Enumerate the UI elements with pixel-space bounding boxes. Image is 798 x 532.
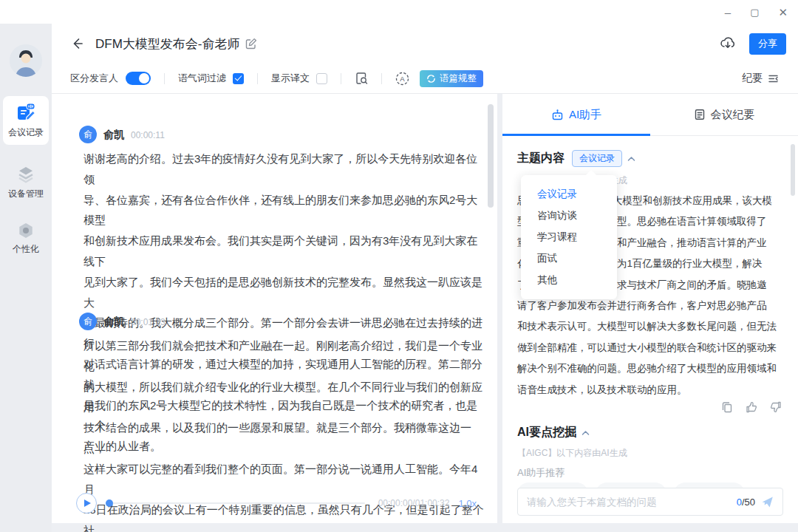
close-button[interactable]: ✕	[778, 7, 788, 18]
progress-handle[interactable]	[106, 499, 113, 507]
topic-heading: 主题内容	[517, 151, 565, 166]
search-transcript-button[interactable]	[355, 72, 368, 85]
minutes-label: 纪要	[742, 72, 763, 85]
topic-type-dropdown: 会议记录 咨询访谈 学习课程 面试 其他	[521, 175, 617, 299]
sidebar-item-devices[interactable]: 设备管理	[3, 161, 49, 204]
chevron-up-icon[interactable]	[627, 156, 635, 162]
thumbs-down-icon[interactable]	[770, 401, 782, 413]
filler-filter-label: 语气词过滤	[178, 72, 226, 85]
panel-scrollbar[interactable]	[791, 144, 795, 196]
thumbs-up-icon[interactable]	[746, 401, 757, 413]
user-avatar[interactable]	[10, 44, 42, 77]
speaker-avatar: 俞	[79, 313, 97, 330]
robot-icon	[551, 109, 564, 121]
speaker-name: 俞凯	[103, 129, 124, 142]
speaker-toggle-label: 区分发言人	[70, 72, 118, 85]
panel-body: 主题内容 会议记录 【AIGC】以下内容由AI生成 思必驰发布了东风2号大模型和…	[502, 137, 798, 523]
topic-type-tag[interactable]: 会议记录	[572, 150, 622, 167]
send-icon[interactable]	[761, 496, 774, 508]
svg-text:A: A	[400, 75, 405, 83]
char-counter: 0/50	[737, 497, 755, 508]
edit-title-icon[interactable]	[245, 38, 257, 50]
meeting-record-icon	[16, 102, 36, 123]
speaker-toggle[interactable]	[126, 72, 151, 85]
play-icon	[84, 499, 91, 507]
a-circle-icon: A	[395, 72, 409, 86]
panel-tabs: AI助手 会议纪要	[502, 94, 798, 136]
sidebar-item-meeting-records[interactable]: 会议记录	[3, 96, 49, 145]
chevron-up-icon[interactable]	[582, 430, 590, 436]
discourse-button-label: 语篇规整	[440, 72, 477, 85]
timestamp[interactable]: 00:01:13	[131, 317, 166, 327]
tab-label: AI助手	[569, 108, 601, 122]
doc-header: DFM大模型发布会-俞老师 分享	[52, 24, 798, 64]
transcript-panel: 俞 俞凯 00:00:11 谢谢老高的介绍。过去3年的疫情好久没有见到大家了，所…	[52, 94, 497, 523]
discourse-normalize-button[interactable]: 语篇规整	[420, 70, 483, 87]
minimize-button[interactable]: –	[725, 7, 731, 18]
devices-icon	[16, 165, 35, 184]
play-button[interactable]	[76, 493, 97, 514]
divider	[257, 73, 258, 84]
sidebar-item-label: 设备管理	[8, 188, 44, 200]
app-window: – ▢ ✕ 会议记录	[0, 0, 798, 532]
dropdown-item-interview[interactable]: 面试	[521, 248, 617, 269]
copy-icon[interactable]	[721, 401, 733, 413]
tab-ai-assistant[interactable]: AI助手	[502, 94, 650, 135]
tab-meeting-minutes[interactable]: 会议纪要	[650, 94, 798, 135]
assistant-panel: AI助手 会议纪要 主题内容 会议记录 【AIGC】以下内容由AI生成 思必驰发…	[502, 94, 798, 523]
sidebar-item-label: 会议记录	[8, 126, 44, 139]
minutes-toggle-button[interactable]: 纪要	[742, 72, 780, 85]
personalize-icon	[17, 222, 35, 239]
translation-label: 显示译文	[271, 72, 310, 85]
translation-checkbox[interactable]	[316, 73, 327, 84]
filler-filter-checkbox[interactable]	[233, 73, 244, 84]
person-icon	[10, 44, 42, 77]
assistant-recommend-label: AI助手推荐	[517, 466, 565, 480]
sidebar: 会议记录 设备管理 个性化	[0, 24, 52, 532]
toolbar: 区分发言人 语气词过滤 显示译文 A 语篇规	[52, 64, 798, 94]
divider	[164, 73, 165, 84]
question-input-box: 0/50	[517, 488, 783, 516]
share-button[interactable]: 分享	[749, 33, 786, 55]
dropdown-item-meeting-record[interactable]: 会议记录	[521, 183, 617, 205]
back-arrow-icon[interactable]	[70, 36, 85, 51]
playback-speed[interactable]: 1.0x	[458, 498, 477, 509]
playback-time: 00:00:00/01:00:32	[378, 498, 450, 508]
divider	[381, 73, 382, 84]
minutes-doc-icon	[694, 109, 706, 120]
maximize-button[interactable]: ▢	[750, 7, 759, 17]
dropdown-item-other[interactable]: 其他	[521, 269, 617, 290]
doc-title: DFM大模型发布会-俞老师	[95, 35, 239, 52]
transcript-scrollbar[interactable]	[488, 104, 494, 208]
translate-button[interactable]: A	[395, 72, 409, 86]
timestamp[interactable]: 00:00:11	[131, 130, 165, 140]
keypoints-heading: AI要点挖掘	[517, 425, 576, 440]
titlebar: – ▢ ✕	[0, 0, 798, 24]
divider	[341, 73, 341, 84]
speaker-avatar: 俞	[79, 126, 97, 143]
audio-player: 00:00:00/01:00:32 1.0x	[76, 492, 477, 514]
speaker-name: 俞凯	[103, 316, 124, 329]
doc-search-icon	[355, 72, 368, 85]
question-input[interactable]	[527, 497, 731, 508]
summary-panel-icon	[767, 72, 780, 85]
aigc-note: 【AIGC】以下内容由AI生成	[517, 447, 627, 460]
refresh-icon	[426, 74, 436, 83]
summary-feedback-row	[721, 401, 782, 413]
progress-track[interactable]	[106, 502, 365, 504]
dropdown-item-consult-interview[interactable]: 咨询访谈	[521, 205, 617, 226]
sidebar-item-label: 个性化	[13, 243, 39, 256]
sidebar-item-personalize[interactable]: 个性化	[3, 217, 49, 260]
tab-label: 会议纪要	[711, 108, 755, 122]
dropdown-item-study-course[interactable]: 学习课程	[521, 226, 617, 248]
download-icon[interactable]	[720, 35, 736, 52]
